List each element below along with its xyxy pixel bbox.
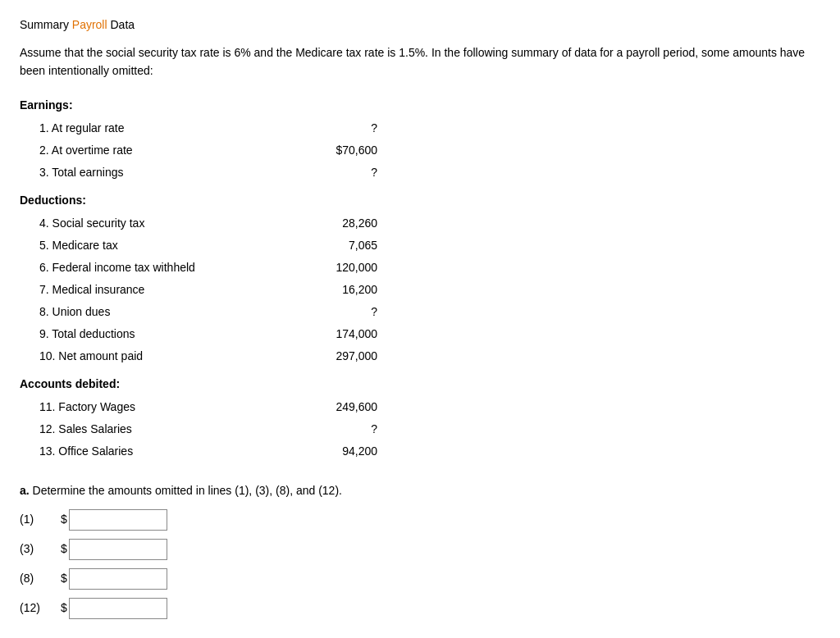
accounts-label: Accounts debited:	[20, 376, 820, 393]
earnings-table: 1. At regular rate ? 2. At overtime rate…	[20, 117, 820, 184]
row-value: 7,065	[282, 235, 381, 257]
accounts-table: 11. Factory Wages 249,600 12. Sales Sala…	[20, 396, 820, 463]
row-value: $70,600	[282, 139, 381, 162]
table-row: 13. Office Salaries 94,200	[20, 440, 820, 463]
row-value: ?	[282, 117, 381, 139]
title-suffix: Data	[107, 18, 135, 31]
row-num: 13. Office Salaries	[20, 440, 282, 463]
instructions-line: a. Determine the amounts omitted in line…	[20, 482, 820, 499]
instructions-bold-label: a.	[20, 484, 30, 497]
page-title: Summary Payroll Data	[20, 16, 820, 34]
row-value: ?	[282, 162, 381, 184]
row-num: 6. Federal income tax withheld	[20, 257, 282, 279]
row-value: 120,000	[282, 257, 381, 279]
table-row: 9. Total deductions 174,000	[20, 323, 820, 345]
row-num: 7. Medical insurance	[20, 279, 282, 301]
row-value: 297,000	[282, 345, 381, 367]
table-row: 11. Factory Wages 249,600	[20, 396, 820, 418]
row-8-row: (8) $	[20, 568, 820, 590]
row-8-dollar: $	[61, 570, 67, 587]
row-3-row: (3) $	[20, 539, 820, 560]
table-row: 12. Sales Salaries ?	[20, 418, 820, 440]
row-value: 16,200	[282, 279, 381, 301]
row-1-input[interactable]	[69, 509, 167, 531]
answer-section: a. Determine the amounts omitted in line…	[20, 482, 820, 619]
table-row: 10. Net amount paid 297,000	[20, 345, 820, 367]
row-1-dollar: $	[61, 511, 67, 528]
table-row: 4. Social security tax 28,260	[20, 212, 820, 235]
instructions-text: Determine the amounts omitted in lines (…	[30, 484, 342, 497]
table-row: 2. At overtime rate $70,600	[20, 139, 820, 162]
title-prefix: Summary	[20, 18, 72, 31]
row-8-label: (8)	[20, 570, 61, 587]
row-value: 249,600	[282, 396, 381, 418]
row-num: 8. Union dues	[20, 301, 282, 323]
deductions-label: Deductions:	[20, 192, 820, 209]
row-1-row: (1) $	[20, 509, 820, 531]
row-num: 3. Total earnings	[20, 162, 282, 184]
row-3-dollar: $	[61, 540, 67, 558]
table-row: 3. Total earnings ?	[20, 162, 820, 184]
row-12-dollar: $	[61, 599, 67, 617]
table-row: 1. At regular rate ?	[20, 117, 820, 139]
table-row: 6. Federal income tax withheld 120,000	[20, 257, 820, 279]
deductions-table: 4. Social security tax 28,260 5. Medicar…	[20, 212, 820, 367]
row-8-input[interactable]	[69, 568, 167, 590]
title-payroll-link[interactable]: Payroll	[72, 18, 107, 31]
row-num: 5. Medicare tax	[20, 235, 282, 257]
row-value: 174,000	[282, 323, 381, 345]
row-3-label: (3)	[20, 540, 61, 558]
row-value: ?	[282, 301, 381, 323]
row-3-input[interactable]	[69, 539, 167, 560]
table-row: 8. Union dues ?	[20, 301, 820, 323]
row-12-label: (12)	[20, 599, 61, 617]
row-num: 11. Factory Wages	[20, 396, 282, 418]
row-1-label: (1)	[20, 511, 61, 528]
row-12-row: (12) $	[20, 598, 820, 619]
row-value: 94,200	[282, 440, 381, 463]
earnings-label: Earnings:	[20, 97, 820, 114]
row-num: 1. At regular rate	[20, 117, 282, 139]
table-row: 5. Medicare tax 7,065	[20, 235, 820, 257]
row-num: 4. Social security tax	[20, 212, 282, 235]
row-num: 12. Sales Salaries	[20, 418, 282, 440]
row-num: 9. Total deductions	[20, 323, 282, 345]
row-value: 28,260	[282, 212, 381, 235]
table-row: 7. Medical insurance 16,200	[20, 279, 820, 301]
intro-paragraph: Assume that the social security tax rate…	[20, 43, 820, 80]
row-12-input[interactable]	[69, 598, 167, 619]
row-num: 10. Net amount paid	[20, 345, 282, 367]
row-value: ?	[282, 418, 381, 440]
row-num: 2. At overtime rate	[20, 139, 282, 162]
